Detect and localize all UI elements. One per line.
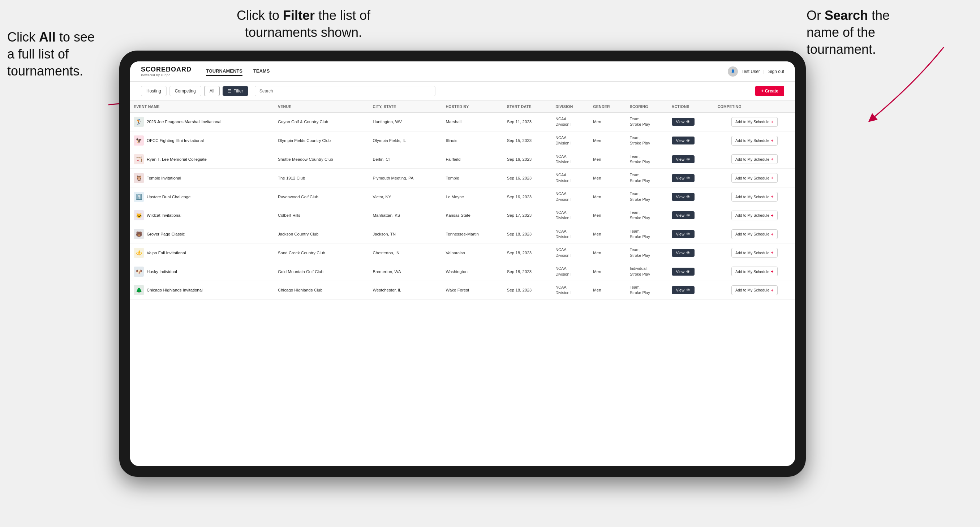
cell-division: NCAADivision I — [552, 262, 589, 281]
cell-city-state: Olympia Fields, IL — [369, 131, 442, 150]
cell-actions: View 👁 — [668, 281, 714, 300]
cell-competing: Add to My Schedule + — [714, 131, 795, 150]
cell-event-name: 🏹 Ryan T. Lee Memorial Collegiate — [130, 150, 274, 169]
add-to-schedule-button[interactable]: Add to My Schedule + — [732, 136, 778, 146]
view-button[interactable]: View 👁 — [672, 268, 695, 276]
nav-tournaments[interactable]: TOURNAMENTS — [206, 67, 242, 76]
create-button[interactable]: + Create — [755, 86, 784, 96]
cell-venue: Jackson Country Club — [274, 225, 369, 243]
cell-event-name: 🦉 Temple Invitational — [130, 169, 274, 187]
cell-start-date: Sep 15, 2023 — [503, 131, 552, 150]
add-to-schedule-button[interactable]: Add to My Schedule + — [732, 117, 778, 127]
cell-division: NCAADivision I — [552, 150, 589, 169]
add-to-schedule-button[interactable]: Add to My Schedule + — [732, 154, 778, 164]
view-button[interactable]: View 👁 — [672, 211, 695, 219]
search-input[interactable] — [255, 86, 436, 96]
sign-out-link[interactable]: Sign out — [768, 69, 784, 74]
view-button[interactable]: View 👁 — [672, 118, 695, 126]
filter-label: Filter — [234, 89, 243, 94]
cell-actions: View 👁 — [668, 206, 714, 225]
table-row: 🐶 Husky Individual Gold Mountain Golf Cl… — [130, 262, 795, 281]
nav-teams[interactable]: TEAMS — [253, 67, 270, 76]
team-logo: 🌲 — [134, 285, 144, 295]
table-row: 🏹 Ryan T. Lee Memorial Collegiate Shuttl… — [130, 150, 795, 169]
filter-button[interactable]: ☰ Filter — [223, 86, 248, 96]
cell-start-date: Sep 16, 2023 — [503, 169, 552, 187]
cell-division: NCAADivision I — [552, 131, 589, 150]
cell-hosted-by: Temple — [442, 169, 503, 187]
event-name: Ryan T. Lee Memorial Collegiate — [147, 157, 207, 162]
cell-competing: Add to My Schedule + — [714, 262, 795, 281]
plus-icon: + — [771, 156, 774, 162]
eye-icon: 👁 — [686, 251, 690, 255]
cell-city-state: Manhattan, KS — [369, 206, 442, 225]
add-schedule-label: Add to My Schedule — [735, 138, 769, 143]
table-row: 🦉 Temple Invitational The 1912 Club Plym… — [130, 169, 795, 187]
cell-scoring: Team,Stroke Play — [626, 169, 668, 187]
tab-competing[interactable]: Competing — [169, 86, 201, 96]
view-label: View — [676, 119, 685, 124]
annotation-search: Or Search thename of thetournament. — [807, 7, 958, 58]
header-divider: | — [764, 69, 765, 74]
cell-hosted-by: Marshall — [442, 113, 503, 132]
add-to-schedule-button[interactable]: Add to My Schedule + — [732, 173, 778, 183]
cell-event-name: 🐻 Grover Page Classic — [130, 225, 274, 243]
cell-start-date: Sep 18, 2023 — [503, 281, 552, 300]
view-button[interactable]: View 👁 — [672, 249, 695, 257]
table-row: 🌲 Chicago Highlands Invitational Chicago… — [130, 281, 795, 300]
cell-start-date: Sep 16, 2023 — [503, 187, 552, 206]
cell-scoring: Team,Stroke Play — [626, 281, 668, 300]
col-scoring: SCORING — [626, 101, 668, 113]
cell-hosted-by: Tennessee-Martin — [442, 225, 503, 243]
view-button[interactable]: View 👁 — [672, 230, 695, 238]
cell-scoring: Team,Stroke Play — [626, 243, 668, 262]
view-button[interactable]: View 👁 — [672, 193, 695, 201]
tab-hosting[interactable]: Hosting — [141, 86, 167, 96]
team-logo: 🐱 — [134, 210, 144, 220]
cell-scoring: Individual,Stroke Play — [626, 262, 668, 281]
plus-icon: + — [771, 269, 774, 274]
cell-competing: Add to My Schedule + — [714, 206, 795, 225]
team-logo: 🐻 — [134, 229, 144, 239]
cell-division: NCAADivision I — [552, 206, 589, 225]
view-button[interactable]: View 👁 — [672, 155, 695, 163]
eye-icon: 👁 — [686, 288, 690, 292]
cell-venue: Sand Creek Country Club — [274, 243, 369, 262]
event-name: Wildcat Invitational — [147, 213, 181, 217]
add-to-schedule-button[interactable]: Add to My Schedule + — [732, 248, 778, 257]
cell-actions: View 👁 — [668, 262, 714, 281]
cell-competing: Add to My Schedule + — [714, 281, 795, 300]
tab-all[interactable]: All — [204, 86, 220, 96]
view-button[interactable]: View 👁 — [672, 174, 695, 182]
plus-icon: + — [771, 287, 774, 293]
add-to-schedule-button[interactable]: Add to My Schedule + — [732, 229, 778, 239]
view-label: View — [676, 251, 685, 255]
cell-start-date: Sep 18, 2023 — [503, 225, 552, 243]
toolbar: Hosting Competing All ☰ Filter + Create — [130, 82, 795, 101]
view-button[interactable]: View 👁 — [672, 137, 695, 144]
tournaments-table-container: EVENT NAME VENUE CITY, STATE HOSTED BY S… — [130, 101, 795, 466]
add-schedule-label: Add to My Schedule — [735, 195, 769, 199]
add-to-schedule-button[interactable]: Add to My Schedule + — [732, 211, 778, 220]
cell-actions: View 👁 — [668, 150, 714, 169]
app-header: SCOREBOARD Powered by clippd TOURNAMENTS… — [130, 61, 795, 82]
add-to-schedule-button[interactable]: Add to My Schedule + — [732, 192, 778, 202]
cell-hosted-by: Illinois — [442, 131, 503, 150]
header-right: 👤 Test User | Sign out — [728, 67, 784, 76]
eye-icon: 👁 — [686, 119, 690, 124]
cell-scoring: Team,Stroke Play — [626, 150, 668, 169]
add-to-schedule-button[interactable]: Add to My Schedule + — [732, 267, 778, 276]
table-row: 🐱 Wildcat Invitational Colbert Hills Man… — [130, 206, 795, 225]
view-label: View — [676, 232, 685, 236]
col-actions: ACTIONS — [668, 101, 714, 113]
cell-start-date: Sep 18, 2023 — [503, 262, 552, 281]
view-button[interactable]: View 👁 — [672, 286, 695, 294]
add-to-schedule-button[interactable]: Add to My Schedule + — [732, 285, 778, 295]
cell-gender: Men — [589, 150, 626, 169]
view-label: View — [676, 213, 685, 217]
cell-venue: Guyan Golf & Country Club — [274, 113, 369, 132]
cell-venue: Gold Mountain Golf Club — [274, 262, 369, 281]
eye-icon: 👁 — [686, 138, 690, 143]
cell-gender: Men — [589, 262, 626, 281]
logo-area: SCOREBOARD Powered by clippd — [141, 66, 191, 77]
